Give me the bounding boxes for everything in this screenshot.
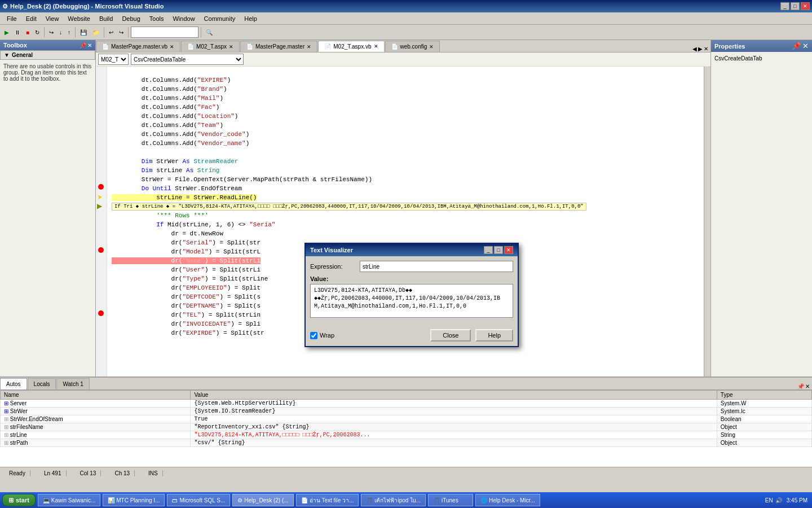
menu-debug[interactable]: Debug bbox=[117, 14, 144, 23]
autos-value-strfilename: "ReportInventory_xx1.csv" {String} bbox=[191, 423, 717, 431]
tab-close-masterpage-master[interactable]: ✕ bbox=[307, 44, 311, 50]
expand-icon-server[interactable]: ⊞ bbox=[4, 400, 8, 406]
autos-name-strwer: ⊞ StrWer bbox=[1, 408, 191, 415]
code-line-26: dr("TEL") = Split(strLin bbox=[112, 312, 261, 318]
autos-value-strline: "L3DV275,8124-KTA,ATITAYA,□□□□□ □□□Żŗ,PC… bbox=[191, 431, 717, 439]
taskbar-item-mtc[interactable]: 📊 MTC Planning I... bbox=[103, 494, 165, 506]
toolbox-general-header[interactable]: ▼ General bbox=[0, 50, 95, 60]
code-line-23: dr("EMPLOYEEID") = Split bbox=[112, 284, 261, 291]
dialog-expression-row: Expression: bbox=[310, 261, 513, 272]
properties-close[interactable]: ✕ bbox=[802, 42, 809, 50]
menu-window[interactable]: Window bbox=[168, 14, 199, 23]
text-visualizer-dialog[interactable]: Text Visualizer _ □ ✕ Expression: Value:… bbox=[304, 243, 519, 347]
dialog-value-box[interactable]: L3DV275,8124-KTA,ATITAYA,Db◆◆◆◆Żŗ,PC,200… bbox=[310, 284, 513, 318]
menu-website[interactable]: Website bbox=[63, 14, 95, 23]
status-ch: Ch 13 bbox=[110, 470, 135, 476]
close-button[interactable]: ✕ bbox=[801, 2, 810, 10]
taskbar-label-helpdesk: Help_Desk (2) (... bbox=[244, 497, 288, 503]
tb-step-into[interactable]: ↓ bbox=[57, 26, 64, 38]
tb-pause[interactable]: ⏸ bbox=[12, 26, 23, 38]
properties-pin[interactable]: 📌 bbox=[792, 42, 801, 50]
toolbox-pin[interactable]: 📌 bbox=[80, 42, 86, 49]
autos-type-endofstream: Boolean bbox=[717, 415, 811, 423]
taskbar-item-itunes[interactable]: 🎵 iTunes bbox=[428, 494, 473, 506]
taskbar-icon-mtc: 📊 bbox=[108, 497, 114, 503]
tab-scroll-left[interactable]: ◀ bbox=[692, 46, 697, 52]
tab-close-all[interactable]: ✕ bbox=[704, 46, 708, 52]
menu-file[interactable]: File bbox=[2, 14, 21, 23]
minimize-button[interactable]: _ bbox=[780, 2, 789, 10]
code-line-21: dr("User") = Split(strLi bbox=[112, 266, 261, 273]
taskbar-label-cake: เค้กไฟฟ้าipod ใu... bbox=[374, 496, 421, 505]
tb-save-all[interactable]: 📁 bbox=[90, 26, 102, 38]
taskbar-item-sql[interactable]: 🗃 Microsoft SQL S... bbox=[167, 494, 230, 506]
breadcrumb-class-select[interactable]: M02_T bbox=[98, 54, 129, 65]
menu-tools[interactable]: Tools bbox=[145, 14, 169, 23]
autos-pin[interactable]: 📌 bbox=[797, 383, 804, 389]
dialog-restore[interactable]: □ bbox=[494, 246, 503, 254]
status-ready: Ready bbox=[5, 470, 30, 476]
taskbar-right: EN 🔊 3:45 PM bbox=[765, 497, 810, 503]
code-scrollbar-v[interactable] bbox=[704, 67, 710, 376]
tb-restart[interactable]: ↻ bbox=[33, 26, 42, 38]
breadcrumb-method-select[interactable]: CsvCreateDataTable bbox=[131, 54, 244, 65]
tab-close-masterpage-vb[interactable]: ✕ bbox=[170, 44, 174, 50]
tab-masterpage-vb[interactable]: 📄 MasterPage.master.vb ✕ bbox=[96, 41, 180, 52]
tab-close-m02t-vb[interactable]: ✕ bbox=[374, 43, 378, 49]
code-line-15: '*** Rows ***' bbox=[112, 212, 209, 219]
tab-close-webconfig[interactable]: ✕ bbox=[429, 44, 434, 50]
tab-watch1[interactable]: Watch 1 bbox=[56, 378, 89, 389]
taskbar-item-helpdeskmicr[interactable]: 🌐 Help Desk - Micr... bbox=[475, 494, 540, 506]
taskbar-item-cake[interactable]: 🎵 เค้กไฟฟ้าipod ใu... bbox=[361, 494, 426, 506]
dialog-minimize[interactable]: _ bbox=[484, 246, 493, 254]
tb-step-over[interactable]: ↪ bbox=[47, 26, 56, 38]
tab-scroll-right[interactable]: ▶ bbox=[698, 46, 703, 52]
taskbar-item-helpdesk[interactable]: ⚙ Help_Desk (2) (... bbox=[232, 494, 293, 506]
tab-locals[interactable]: Locals bbox=[28, 378, 56, 389]
title-bar-title: ⚙ Help_Desk (2) (Debugging) - Microsoft … bbox=[2, 3, 164, 10]
tab-icon-config: 📄 bbox=[391, 43, 398, 50]
code-line-3: dt.Columns.Add("Mail") bbox=[112, 95, 223, 102]
menu-help[interactable]: Help bbox=[240, 14, 262, 23]
tb-stop[interactable]: ■ bbox=[24, 26, 32, 38]
code-line-11: Dim strLine As String bbox=[112, 167, 219, 174]
wrap-checkbox[interactable] bbox=[310, 332, 317, 339]
menu-view[interactable]: View bbox=[41, 14, 64, 23]
autos-name-server: ⊞ Server bbox=[1, 400, 191, 408]
autos-close[interactable]: ✕ bbox=[805, 383, 810, 389]
tab-m02t-aspx-vb[interactable]: 📄 M02_T.aspx.vb ✕ bbox=[318, 41, 384, 52]
tab-autos[interactable]: Autos bbox=[0, 378, 27, 389]
tb-redo[interactable]: ↪ bbox=[117, 26, 126, 38]
toolbox-panel: Toolbox 📌 ✕ ▼ General There are no usabl… bbox=[0, 40, 96, 376]
help-button[interactable]: Help bbox=[475, 329, 513, 341]
tab-webconfig[interactable]: 📄 web.config ✕ bbox=[385, 41, 440, 52]
properties-header: Properties 📌 ✕ bbox=[711, 40, 812, 52]
tab-close-m02t-aspx[interactable]: ✕ bbox=[229, 44, 233, 50]
tab-masterpage-master[interactable]: 📄 MasterPage.master ✕ bbox=[240, 41, 317, 52]
menu-edit[interactable]: Edit bbox=[21, 14, 41, 23]
tb-continue[interactable]: ▶ bbox=[2, 26, 11, 38]
menu-community[interactable]: Community bbox=[200, 14, 240, 23]
tb-undo[interactable]: ↩ bbox=[107, 26, 116, 38]
dialog-expression-input[interactable] bbox=[360, 261, 513, 272]
tab-m02t-aspx[interactable]: 📄 M02_T.aspx ✕ bbox=[181, 41, 240, 52]
expand-icon-strwer[interactable]: ⊞ bbox=[4, 408, 8, 414]
tab-label-masterpage-vb: MasterPage.master.vb bbox=[111, 43, 167, 50]
taskbar-item-textfile[interactable]: 📄 อ่าน Text file วา... bbox=[296, 494, 359, 506]
toolbox-close[interactable]: ✕ bbox=[87, 42, 92, 49]
dialog-close-btn[interactable]: ✕ bbox=[504, 246, 513, 254]
status-bar: Ready Ln 491 Col 13 Ch 13 INS bbox=[0, 467, 812, 479]
menu-build[interactable]: Build bbox=[95, 14, 117, 23]
restore-button[interactable]: □ bbox=[791, 2, 800, 10]
close-button[interactable]: Close bbox=[430, 329, 471, 341]
start-button[interactable]: ⊞ start bbox=[2, 494, 36, 506]
wrap-label[interactable]: Wrap bbox=[320, 332, 334, 339]
code-line-27: dr("INVOICEDATE") = Spli bbox=[112, 321, 261, 327]
tb-step-out[interactable]: ↑ bbox=[65, 26, 73, 38]
tb-find[interactable]: 🔍 bbox=[204, 26, 215, 38]
autos-value-endofstream: True bbox=[191, 415, 717, 423]
code-line-22: dr("Type") = Split(strLine bbox=[112, 275, 268, 282]
toolbar-search[interactable] bbox=[131, 27, 198, 38]
tb-save[interactable]: 💾 bbox=[78, 26, 89, 38]
taskbar-item-kawin[interactable]: 💻 Kawin Saiwanic... bbox=[38, 494, 100, 506]
